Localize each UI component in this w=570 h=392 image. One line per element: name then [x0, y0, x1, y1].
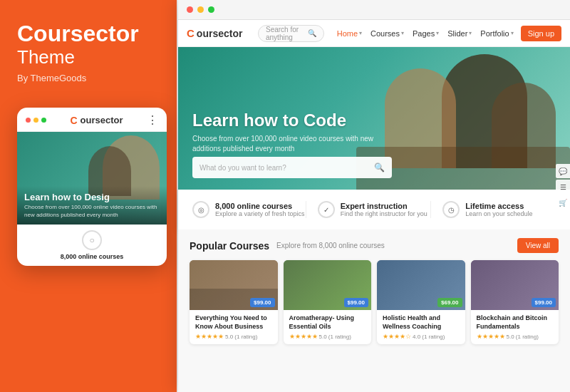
hero-search-icon: 🔍 — [374, 163, 385, 172]
stat-text-access: Lifetime access Learn on your schedule — [465, 202, 532, 217]
course-price-3: $69.00 — [437, 298, 462, 307]
stat-item-courses: ◎ 8,000 online courses Explore a variety… — [192, 201, 306, 218]
brand-title: Coursector — [17, 21, 160, 46]
mobile-menu-icon[interactable]: ⋮ — [147, 113, 158, 127]
stats-bar: ◎ 8,000 online courses Explore a variety… — [178, 190, 570, 229]
mobile-hero-overlay: Learn how to Desig Choose from over 100,… — [17, 186, 167, 225]
course-stars-4: ★★★★★ — [477, 333, 505, 340]
mobile-hero-desc: Choose from over 100,000 online video co… — [24, 204, 160, 219]
browser-dot-green — [208, 6, 214, 13]
course-rating-1: ★★★★★ 5.0 (1 rating) — [195, 333, 272, 340]
nav-link-courses[interactable]: Courses ▾ — [370, 29, 404, 38]
course-thumb-3: $69.00 — [377, 260, 465, 310]
stat-sub-instruction: Find the right instructor for you — [341, 210, 428, 217]
nav-search[interactable]: Search for anything 🔍 — [258, 25, 324, 42]
course-card-2[interactable]: $99.00 Aromatherapy- Using Essential Oil… — [284, 260, 372, 344]
course-thumb-4: $99.00 — [471, 260, 559, 310]
stat-item-instruction: ✓ Expert instruction Find the right inst… — [306, 201, 431, 218]
hero-search-text: What do you want to learn? — [200, 164, 374, 172]
course-rating-text-2: 5.0 (1 rating) — [319, 334, 351, 340]
nav-link-home[interactable]: Home ▾ — [337, 29, 362, 38]
nav-search-placeholder: Search for anything — [266, 26, 308, 41]
nav-link-slider[interactable]: Slider ▾ — [447, 29, 472, 38]
mobile-dots — [26, 118, 46, 123]
nav-logo-c: C — [187, 27, 195, 39]
stat-icon-instruction: ✓ — [318, 201, 335, 218]
course-name-4: Blockchain and Bitcoin Fundamentals — [477, 314, 554, 331]
stat-item-access: ◷ Lifetime access Learn on your schedule — [430, 201, 556, 218]
browser-dot-yellow — [197, 6, 204, 13]
stat-text-instruction: Expert instruction Find the right instru… — [341, 202, 428, 217]
courses-title: Popular Courses — [190, 240, 269, 252]
nav-links: Home ▾ Courses ▾ Pages ▾ Slider ▾ Portfo… — [337, 29, 514, 38]
courses-header: Popular Courses Explore from 8,000 onlin… — [190, 238, 559, 253]
course-info-1: Everything You Need to Know About Busine… — [190, 310, 278, 344]
mobile-dot-green — [41, 118, 46, 123]
nav-link-pages[interactable]: Pages ▾ — [413, 29, 439, 38]
course-price-4: $99.00 — [532, 298, 556, 307]
mobile-logo-text: oursector — [81, 115, 123, 125]
course-stars-2: ★★★★★ — [289, 333, 318, 340]
stat-icon-access: ◷ — [442, 201, 460, 218]
course-name-1: Everything You Need to Know About Busine… — [195, 314, 272, 331]
hero-subtitle: Choose from over 100,000 online video co… — [192, 134, 378, 154]
left-panel: Coursector Theme By ThemeGoods C oursect… — [0, 0, 177, 392]
course-name-3: Holistic Health and Wellness Coaching — [383, 314, 460, 331]
stat-title-courses: 8,000 online courses — [215, 202, 305, 210]
hero-search[interactable]: What do you want to learn? 🔍 — [192, 157, 392, 178]
mobile-bottom: ○ 8,000 online courses — [17, 225, 167, 266]
hero-title: Learn how to Code — [192, 110, 378, 131]
mobile-dot-red — [26, 118, 31, 123]
mobile-logo-c: C — [70, 115, 77, 126]
courses-sub: Explore from 8,000 online courses — [276, 242, 385, 249]
course-info-2: Aromatherapy- Using Essential Oils ★★★★★… — [284, 310, 372, 344]
brand-subtitle: Theme — [17, 46, 160, 68]
browser-mockup: C oursector Search for anything 🔍 Home ▾… — [178, 0, 570, 392]
course-card-1[interactable]: $99.00 Everything You Need to Know About… — [190, 260, 278, 344]
courses-grid: $99.00 Everything You Need to Know About… — [190, 260, 559, 344]
course-name-2: Aromatherapy- Using Essential Oils — [289, 314, 366, 331]
course-card-3[interactable]: $69.00 Holistic Health and Wellness Coac… — [377, 260, 465, 344]
side-icon-2[interactable]: ☰ — [556, 180, 570, 194]
course-rating-4: ★★★★★ 5.0 (1 rating) — [477, 333, 554, 340]
nav-link-portfolio[interactable]: Portfolio ▾ — [480, 29, 513, 38]
browser-navbar: C oursector Search for anything 🔍 Home ▾… — [178, 20, 570, 47]
mobile-courses-label: 8,000 online courses — [24, 253, 160, 260]
course-price-1: $99.00 — [250, 298, 274, 307]
browser-side-icons: 💬 ☰ 🛒 — [556, 164, 570, 210]
course-thumb-1: $99.00 — [190, 260, 278, 310]
stat-icon-courses: ◎ — [192, 201, 209, 218]
browser-chrome — [178, 0, 570, 20]
course-stars-3: ★★★★☆ — [383, 333, 411, 340]
stat-sub-access: Learn on your schedule — [465, 210, 532, 217]
stat-title-access: Lifetime access — [465, 202, 532, 210]
nav-search-icon: 🔍 — [308, 29, 316, 37]
course-card-4[interactable]: $99.00 Blockchain and Bitcoin Fundamenta… — [471, 260, 559, 344]
mobile-circle-icon: ○ — [82, 230, 102, 250]
nav-logo-text: oursector — [197, 28, 243, 39]
courses-section: Popular Courses Explore from 8,000 onlin… — [178, 229, 570, 392]
nav-logo: C oursector — [187, 27, 251, 39]
course-rating-text-3: 4.0 (1 rating) — [413, 334, 445, 340]
hero-section: Learn how to Code Choose from over 100,0… — [178, 47, 570, 190]
mobile-mockup: C oursector ⋮ Learn how to Desig Choose … — [17, 108, 167, 266]
signup-button[interactable]: Sign up — [521, 26, 561, 41]
mobile-logo: C oursector — [70, 115, 123, 126]
stat-sub-courses: Explore a variety of fresh topics — [215, 210, 305, 217]
course-rating-text-4: 5.0 (1 rating) — [507, 334, 539, 340]
course-thumb-2: $99.00 — [284, 260, 372, 310]
mobile-dot-yellow — [33, 118, 38, 123]
course-rating-text-1: 5.0 (1 rating) — [225, 334, 257, 340]
view-all-button[interactable]: View all — [517, 238, 559, 253]
browser-dot-red — [187, 6, 193, 13]
course-price-2: $99.00 — [344, 298, 368, 307]
course-info-4: Blockchain and Bitcoin Fundamentals ★★★★… — [471, 310, 559, 344]
course-stars-1: ★★★★★ — [195, 333, 224, 340]
side-icon-3[interactable]: 🛒 — [556, 195, 570, 210]
mobile-hero-title: Learn how to Desig — [24, 192, 160, 203]
hero-content: Learn how to Code Choose from over 100,0… — [192, 110, 378, 154]
course-info-3: Holistic Health and Wellness Coaching ★★… — [377, 310, 465, 344]
brand-by: By ThemeGoods — [17, 73, 160, 83]
mobile-header: C oursector ⋮ — [17, 108, 167, 132]
side-icon-1[interactable]: 💬 — [556, 164, 570, 178]
